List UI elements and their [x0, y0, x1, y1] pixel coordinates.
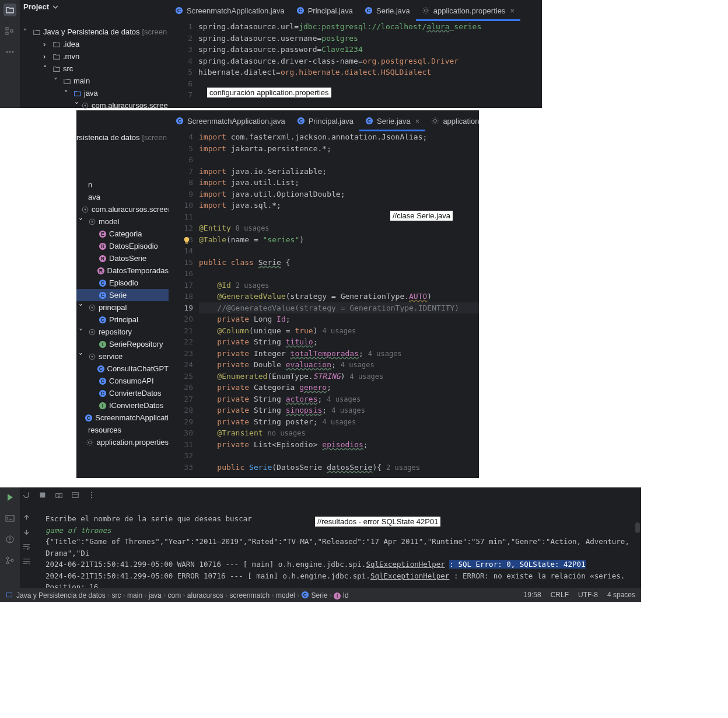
tab-principal-java[interactable]: CPrincipal.java [290, 1, 359, 20]
tree-item[interactable]: resources [76, 424, 169, 436]
breadcrumb-item[interactable]: Java y Persistencia de datos [16, 591, 106, 600]
tree-item[interactable]: ›.idea [23, 38, 168, 50]
tab-application[interactable]: application [425, 111, 485, 130]
tab-label: ScreenmatchApplication.java [187, 117, 285, 126]
class-icon: C [365, 117, 373, 125]
file-encoding[interactable]: UTF-8 [578, 591, 598, 599]
tree-item[interactable]: RDatosSerie [76, 252, 169, 264]
tree-item[interactable]: CEpisodio [76, 277, 169, 289]
breadcrumb-item[interactable]: main [127, 591, 142, 600]
caret-position[interactable]: 19:58 [524, 591, 541, 599]
tab-serie-java[interactable]: CSerie.java [359, 1, 416, 20]
play-icon[interactable] [4, 491, 16, 504]
tree-item[interactable]: IIConvierteDatos [76, 399, 169, 412]
rerun-icon[interactable] [22, 491, 30, 499]
tree-item[interactable]: ISerieRepository [76, 338, 169, 350]
down-icon[interactable] [22, 528, 31, 536]
svg-text:C: C [299, 118, 303, 124]
svg-point-21 [434, 119, 437, 122]
svg-point-70 [91, 494, 92, 496]
tree-item[interactable]: ˅service [76, 350, 169, 363]
tab-label: application [443, 117, 479, 126]
breadcrumb-item[interactable]: java [149, 591, 162, 600]
svg-text:R: R [101, 243, 105, 249]
class-icon: C [365, 6, 373, 15]
tree-item[interactable]: ˅model [76, 215, 169, 228]
structure-tool-icon[interactable] [4, 25, 16, 37]
iface-icon: I [99, 340, 107, 348]
tab-serie-java[interactable]: CSerie.java× [359, 111, 425, 130]
svg-text:C: C [177, 8, 181, 13]
git-icon[interactable] [4, 554, 16, 567]
breadcrumb-item[interactable]: com [167, 591, 181, 600]
intention-bulb-icon[interactable] [183, 236, 191, 245]
tab-application-properties[interactable]: application.properties× [416, 1, 520, 20]
scrollbar-thumb[interactable] [635, 522, 640, 533]
enum-icon: E [99, 230, 107, 238]
tree-item[interactable]: CScreenmatchApplicati [76, 412, 169, 424]
tree-item[interactable]: CConsumoAPI [76, 375, 169, 387]
stop-icon[interactable] [38, 491, 47, 499]
record-icon: R [99, 255, 107, 263]
project-icon [6, 591, 13, 598]
terminal-icon[interactable] [4, 512, 16, 525]
wrap-icon[interactable] [22, 542, 31, 551]
breadcrumb-item[interactable]: aluracursos [187, 591, 223, 600]
tree-item[interactable]: n [76, 179, 169, 191]
svg-text:R: R [101, 256, 105, 262]
tree-item[interactable]: RDatosEpisodio [76, 240, 169, 252]
close-icon[interactable]: × [510, 6, 514, 15]
tab-screenmatchapplication-java[interactable]: CScreenmatchApplication.java [170, 111, 291, 130]
tree-item[interactable]: RDatosTemporadas [76, 264, 169, 277]
project-tree[interactable]: ˅Java y Persistencia de datos [screen›.i… [23, 26, 168, 111]
tab-screenmatchapplication-java[interactable]: CScreenmatchApplication.java [169, 1, 290, 20]
indent[interactable]: 4 spaces [607, 591, 635, 599]
svg-text:C: C [367, 8, 371, 13]
camera-icon[interactable] [55, 491, 63, 499]
breadcrumb-item[interactable]: Id [343, 591, 349, 600]
tree-item[interactable]: ˅java [23, 87, 168, 99]
tree-item[interactable]: ˅src [23, 62, 168, 75]
project-tree-fragment[interactable]: rsistencia de datos [screennavacom.alura… [76, 131, 169, 448]
breadcrumb-item[interactable]: src [111, 591, 121, 600]
layout-icon[interactable] [71, 491, 79, 499]
tree-item[interactable]: ECategoria [76, 228, 169, 240]
class-icon: C [297, 117, 305, 125]
close-icon[interactable]: × [415, 117, 420, 126]
tree-item[interactable]: CPrincipal [76, 313, 169, 326]
tree-item[interactable]: ˅com.aluracursos.screenm [23, 99, 168, 111]
breadcrumb-item[interactable]: Serie [312, 591, 328, 600]
folder-icon [52, 40, 61, 48]
more-tool-icon[interactable] [4, 46, 16, 58]
tree-item[interactable]: ava [76, 191, 169, 203]
tree-item[interactable]: CConsultaChatGPT [76, 363, 169, 375]
tree-item[interactable]: ˅principal [76, 301, 169, 313]
tree-root[interactable]: ˅Java y Persistencia de datos [screen [23, 26, 168, 38]
tree-item[interactable]: CSerie [76, 289, 169, 301]
problems-icon[interactable] [4, 533, 16, 546]
up-icon[interactable] [22, 513, 31, 522]
tab-principal-java[interactable]: CPrincipal.java [291, 111, 359, 130]
svg-rect-72 [7, 592, 12, 597]
tree-item[interactable]: ˅main [23, 75, 168, 87]
tree-item[interactable]: ˅repository [76, 326, 169, 338]
folder-icon [63, 77, 71, 85]
folder-icon [52, 65, 61, 73]
tree-item[interactable]: application.properties [76, 436, 169, 448]
tree-item[interactable]: com.aluracursos.screenm [76, 203, 169, 215]
project-header[interactable]: Project [23, 2, 58, 11]
class-icon: C [85, 414, 93, 422]
breadcrumb-item[interactable]: screenmatch [230, 591, 270, 600]
tree-item[interactable]: ›.mvn [23, 50, 168, 62]
project-tool-icon[interactable] [4, 4, 16, 16]
breadcrumb-item[interactable]: model [276, 591, 295, 600]
java-editor[interactable]: 4567891011121314151617181920212223242526… [170, 131, 479, 478]
more-icon[interactable] [88, 491, 96, 499]
tree-item[interactable]: CConvierteDatos [76, 387, 169, 399]
annotation-overlay: //resultados - error SQLState 42P01 [315, 517, 440, 527]
svg-text:C: C [101, 391, 105, 396]
scroll-end-icon[interactable] [22, 557, 31, 566]
class-icon: C [99, 316, 107, 324]
record-icon: R [99, 242, 107, 250]
line-separator[interactable]: CRLF [551, 591, 569, 599]
